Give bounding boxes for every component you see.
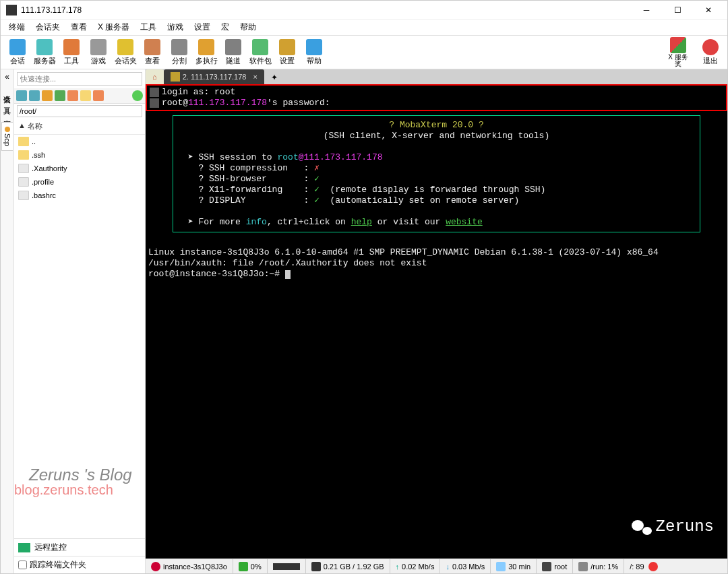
xserver-icon — [670, 37, 686, 53]
toolbar-button[interactable]: 设置 — [274, 39, 300, 66]
window-title: 111.173.117.178 — [21, 5, 633, 15]
menu-item[interactable]: X 服务器 — [92, 20, 135, 35]
user-icon — [542, 562, 551, 571]
close-button[interactable]: ✕ — [695, 1, 722, 20]
sidebar: ▲ 名称 ...ssh.Xauthority.profile.bashrc Ze… — [14, 69, 146, 573]
toolbar-button[interactable]: 查看 — [140, 39, 165, 66]
file-list: ▲ 名称 ...ssh.Xauthority.profile.bashrc — [14, 119, 145, 329]
sb-run: /run: 1% — [590, 563, 618, 571]
upload-icon: ↑ — [396, 563, 400, 571]
sb-down: 0.03 Mb/s — [452, 563, 485, 571]
toolbar-button[interactable]: 隧道 — [220, 39, 246, 66]
refresh-icon[interactable] — [42, 90, 53, 101]
toolbar-button[interactable]: 游戏 — [86, 39, 111, 66]
remote-monitor-button[interactable]: 远程监控 — [14, 538, 145, 556]
menu-item[interactable]: 查看 — [65, 20, 92, 35]
status-ok-icon — [132, 90, 143, 101]
collapse-sidebar-button[interactable]: « — [5, 72, 9, 82]
exit-icon — [702, 39, 719, 55]
exit-button[interactable]: 退出 — [698, 39, 723, 66]
toolbar-label: 隧道 — [226, 56, 241, 66]
maximize-button[interactable]: ☐ — [664, 1, 691, 20]
moba-icon — [150, 88, 159, 97]
file-toolbar — [14, 88, 145, 104]
sb-up: 0.02 Mb/s — [402, 563, 434, 571]
toolbar-button[interactable]: 帮助 — [301, 39, 327, 66]
toolbar-button[interactable]: 工具 — [59, 39, 84, 66]
xauth-line: /usr/bin/xauth: file /root/.Xauthority d… — [146, 258, 727, 269]
toolbar-button[interactable]: 软件包 — [247, 39, 273, 66]
menubar: 终端会话夹查看X 服务器工具游戏设置宏帮助 — [1, 20, 727, 36]
file-name: .profile — [32, 178, 54, 186]
delete-icon[interactable] — [93, 90, 104, 101]
toolbar-button[interactable]: 服务器 — [32, 39, 57, 66]
tab-close-button[interactable]: × — [253, 73, 257, 81]
sb-disk: /: 89 — [630, 563, 644, 571]
follow-terminal-checkbox[interactable] — [18, 561, 27, 569]
menu-item[interactable]: 会话夹 — [30, 20, 65, 35]
home-icon[interactable] — [67, 90, 78, 101]
monitor-icon — [18, 543, 30, 552]
file-name: .Xauthority — [32, 164, 67, 172]
name-column[interactable]: 名称 — [28, 121, 42, 131]
menu-item[interactable]: 终端 — [3, 20, 30, 35]
path-input[interactable] — [17, 105, 142, 117]
toolbar-button[interactable]: 多执行 — [193, 39, 219, 66]
folder-icon — [18, 150, 29, 160]
file-list-header[interactable]: ▲ 名称 — [14, 119, 145, 135]
menu-item[interactable]: 帮助 — [235, 20, 262, 35]
side-tab-scp[interactable]: Scp — [1, 122, 13, 151]
toolbar-label: 会话夹 — [115, 56, 137, 66]
file-icon — [18, 177, 29, 187]
toolbar-button[interactable]: 会话夹 — [113, 39, 138, 66]
info-box: ? MobaXterm 20.0 ? (SSH client, X-server… — [173, 115, 700, 232]
menu-item[interactable]: 游戏 — [162, 20, 189, 35]
menu-item[interactable]: 宏 — [216, 20, 235, 35]
terminal[interactable]: login as: root root@111.173.117.178's pa… — [146, 84, 727, 559]
upload-icon[interactable] — [16, 90, 27, 101]
follow-terminal-label: 跟踪终端文件夹 — [30, 559, 86, 571]
toolbar-label: 软件包 — [249, 56, 272, 66]
download-icon[interactable] — [29, 90, 40, 101]
file-row[interactable]: .ssh — [14, 148, 145, 162]
info-row: ? SSH compression : ✗ — [183, 163, 690, 174]
disk-icon — [578, 562, 588, 571]
side-tab-tools[interactable]: 工具 — [1, 98, 13, 106]
tab-home[interactable]: ⌂ — [146, 69, 164, 84]
info-row: ? SSH-browser : ✓ — [183, 174, 690, 185]
menu-item[interactable]: 设置 — [189, 20, 216, 35]
toolbar-icon — [144, 39, 160, 55]
toolbar-label: 退出 — [703, 56, 718, 66]
ram-icon — [311, 562, 321, 571]
toolbar-button[interactable]: 会话 — [5, 39, 30, 66]
newfolder-icon[interactable] — [80, 90, 91, 101]
side-tab-sessions[interactable]: 会话夹 — [1, 86, 13, 94]
watermark-author: Zeruns — [632, 519, 714, 535]
cursor — [285, 270, 291, 279]
content-area: ⌂ 2. 111.173.117.178 × ✦ login as: root — [146, 69, 727, 573]
sort-icon[interactable]: ▲ — [18, 121, 28, 131]
file-row[interactable]: .. — [14, 135, 145, 148]
file-row[interactable]: .Xauthority — [14, 162, 145, 175]
login-highlight-box: login as: root root@111.173.117.178's pa… — [146, 84, 727, 111]
statusbar: instance-3s1Q8J3o 0% 0.21 GB / 1.92 GB ↑… — [146, 559, 727, 573]
quick-connect-input[interactable] — [17, 72, 142, 86]
download-icon: ↓ — [446, 563, 450, 571]
side-tab-macros[interactable]: 宏 — [1, 110, 13, 118]
wechat-icon — [632, 519, 652, 535]
xserver-button[interactable]: X 服务 奖 — [665, 37, 691, 67]
file-row[interactable]: .bashrc — [14, 189, 145, 202]
sb-host: instance-3s1Q8J3o — [163, 563, 227, 571]
tab-session-active[interactable]: 2. 111.173.117.178 × — [164, 69, 264, 84]
minimize-button[interactable]: ─ — [633, 1, 660, 20]
sb-user: root — [554, 563, 567, 571]
tab-add-button[interactable]: ✦ — [264, 71, 284, 84]
file-row[interactable]: .profile — [14, 175, 145, 189]
file-icon — [18, 191, 29, 200]
nav-icon[interactable] — [55, 90, 65, 101]
toolbar-button[interactable]: 分割 — [166, 39, 192, 66]
toolbar-label: 会话 — [10, 56, 25, 66]
toolbar-icon — [36, 39, 53, 55]
file-name: .bashrc — [32, 191, 56, 199]
menu-item[interactable]: 工具 — [135, 20, 162, 35]
